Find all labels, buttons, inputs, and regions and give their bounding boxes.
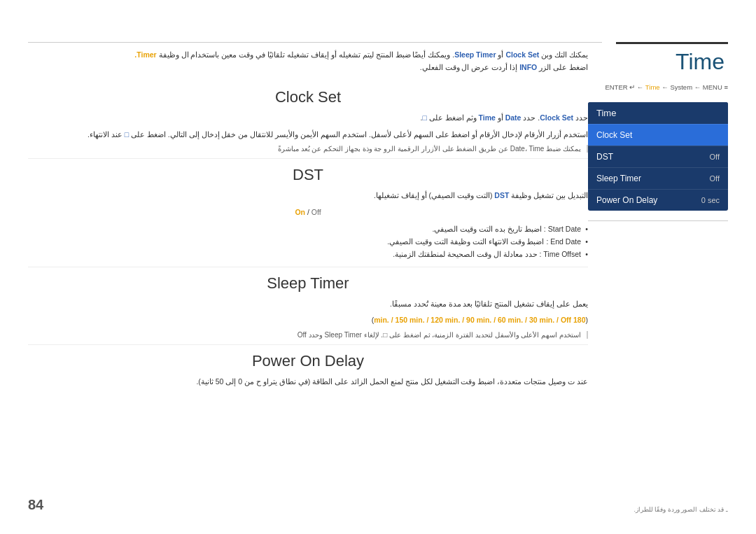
system-nav-label: System — [670, 83, 692, 91]
arrow-left-1: ← — [637, 83, 645, 91]
menu-nav-label: MENU ≡ — [703, 83, 728, 91]
menu-item-dst[interactable]: DST Off — [588, 146, 728, 167]
intro-text-line2: اضغط على الزر INFO إذا أردت عرض ال وقت ا… — [420, 63, 588, 71]
power-on-delay-title: Power On Delay — [28, 352, 588, 370]
clock-set-title: Clock Set — [28, 88, 588, 106]
divider-3 — [28, 344, 588, 345]
dst-bullet-2: End Date : اضبط وقت الانتهاء التت وظيفة … — [28, 236, 588, 248]
clock-set-body1: حدد Clock Set. حدد Date أو Time وثم اضغط… — [28, 112, 588, 125]
dst-on-off: On / Off — [28, 206, 588, 219]
sleep-timer-body1: يعمل على إيقاف تشغيل المنتج تلقائيًا بعد… — [28, 298, 588, 311]
nav-breadcrumb: ENTER ↵ ← Time ← System ← MENU ≡ — [588, 83, 728, 91]
sleep-timer-options: (180 min. / 150 min. / 120 min. / 90 min… — [28, 314, 588, 327]
page-number: 84 — [28, 497, 43, 513]
dst-bullet-1: Start Date : اضبط تاريخ بده التت وقيت ال… — [28, 223, 588, 236]
enter-label: ENTER ↵ — [605, 83, 635, 91]
dst-title: DST — [28, 166, 588, 184]
clock-set-body2: استخدم أزرار الأرقام لإدخال الأرقام أو ا… — [28, 129, 588, 141]
divider-2 — [28, 267, 588, 267]
intro-text-line1: يمكنك التك وبن Clock Set أو Sleep Timer.… — [159, 50, 588, 59]
right-panel-divider — [588, 220, 728, 221]
bottom-note: ـ قد تختلف الصور وردة وفقًا للطراز. — [588, 506, 728, 513]
time-nav-label: Time — [645, 83, 660, 91]
intro-paragraph: يمكنك التك وبن Clock Set أو Sleep Timer.… — [28, 49, 588, 74]
menu-item-power-on-delay[interactable]: Power On Delay 0 sec — [588, 189, 728, 211]
top-divider-left — [28, 42, 602, 43]
arrow-left-3: ← — [694, 83, 703, 91]
menu-panel: Time Clock Set DST Off Sleep Timer Off P… — [588, 102, 728, 211]
arrow-left-2: ← — [662, 83, 670, 91]
right-panel: Time ENTER ↵ ← Time ← System ← MENU ≡ Ti… — [588, 49, 728, 231]
menu-item-dst-label: DST — [596, 152, 613, 162]
menu-item-sleep-timer-label: Sleep Timer — [596, 174, 641, 183]
menu-item-clock-set-label: Clock Set — [596, 130, 632, 140]
power-on-delay-body1: عند ت وصيل منتجات متعددة، اضبط وقت التشغ… — [28, 376, 588, 388]
menu-item-power-on-delay-label: Power On Delay — [596, 195, 657, 205]
menu-item-clock-set[interactable]: Clock Set — [588, 124, 728, 146]
menu-item-sleep-timer[interactable]: Sleep Timer Off — [588, 167, 728, 189]
dst-bullet-3: Time Offset : حدد معادلة ال وقت الصحيحة … — [28, 248, 588, 261]
clock-set-note: يمكنك ضبط Date، Time عن طريق الضغط على ا… — [42, 145, 588, 153]
top-divider-right — [616, 42, 728, 44]
intro-timer-label: Timer. — [134, 50, 156, 59]
menu-item-dst-value: Off — [710, 153, 720, 161]
divider-1 — [28, 158, 588, 159]
page-title: Time — [588, 49, 728, 75]
menu-item-sleep-timer-value: Off — [710, 174, 720, 183]
main-content: يمكنك التك وبن Clock Set أو Sleep Timer.… — [28, 49, 588, 492]
menu-header: Time — [588, 102, 728, 124]
sleep-timer-title: Sleep Timer — [28, 274, 588, 293]
dst-body1: التبديل بين تشغيل وظيفة DST (التت وقيت ا… — [28, 190, 588, 202]
sleep-timer-note: استخدم اسهم الأعلى والأسفل لتحديد الفترة… — [42, 331, 588, 339]
menu-item-power-on-delay-value: 0 sec — [701, 196, 720, 204]
